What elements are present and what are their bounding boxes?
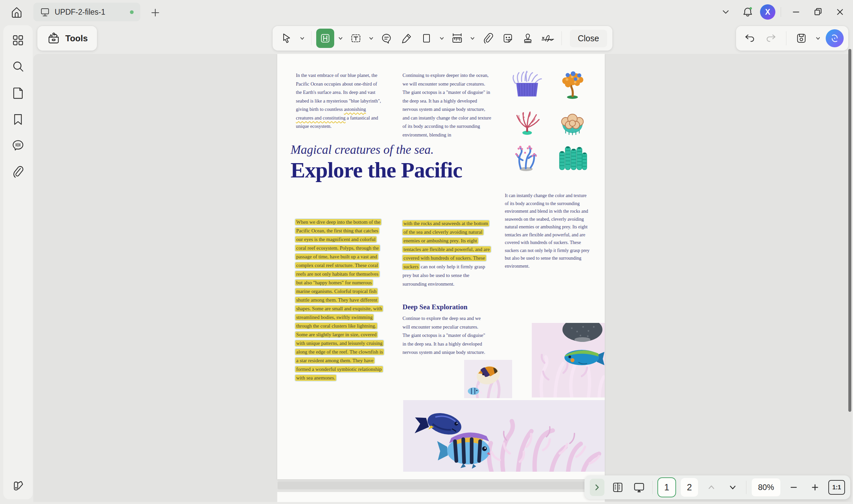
- ruler-icon: [451, 32, 464, 44]
- document-tab[interactable]: UPDF-2-files-1: [33, 3, 140, 21]
- highlight-tool-dropdown[interactable]: [336, 29, 345, 48]
- sidebar-item-search[interactable]: [10, 59, 25, 74]
- reef-fish-pink-coral-photo[interactable]: [403, 400, 605, 472]
- new-tab-button[interactable]: [149, 7, 161, 19]
- sidebar-item-pages[interactable]: [10, 85, 25, 101]
- page-1-button[interactable]: 1: [658, 478, 675, 497]
- toolbar-divider: [311, 31, 312, 45]
- notifications-button[interactable]: [738, 3, 758, 21]
- next-page-button[interactable]: [725, 479, 741, 496]
- highlight-tool-button[interactable]: [316, 29, 334, 48]
- comment-tool-button[interactable]: [378, 29, 396, 48]
- page-2-button[interactable]: 2: [681, 478, 698, 497]
- sidebar-item-bookmarks[interactable]: [10, 111, 25, 127]
- pdf-page-1[interactable]: In the vast embrace of our blue planet, …: [277, 54, 605, 479]
- user-avatar[interactable]: X: [760, 4, 776, 20]
- attachment-tool-button[interactable]: [479, 29, 497, 48]
- sidebar-item-comments[interactable]: [10, 138, 25, 153]
- ai-swirl-icon: [829, 33, 840, 44]
- two-page-view-button[interactable]: [610, 479, 626, 496]
- sticker-tool-button[interactable]: [499, 29, 517, 48]
- subtitle-italic: Magical creatures of the sea.: [291, 143, 434, 157]
- minimize-icon: [791, 7, 801, 17]
- highlight-annotation-middle[interactable]: with the rocks and seaweeds at the botto…: [402, 220, 491, 270]
- add-text-tool-dropdown[interactable]: [367, 29, 376, 48]
- select-tool-dropdown[interactable]: [298, 29, 307, 48]
- chevron-up-icon: [707, 483, 716, 492]
- home-icon: [10, 5, 24, 19]
- purple-anemone-image[interactable]: [509, 68, 545, 99]
- tools-label: Tools: [65, 33, 88, 43]
- blue-pink-branch-coral-image[interactable]: [509, 140, 545, 171]
- chevron-down-icon: [815, 35, 821, 41]
- undo-button[interactable]: [741, 29, 759, 48]
- measure-tool-button[interactable]: [448, 29, 466, 48]
- expand-panel-button[interactable]: [590, 479, 605, 496]
- intro-paragraph-left: In the vast embrace of our blue planet, …: [296, 71, 383, 131]
- teal-tube-sponge-image[interactable]: [555, 140, 590, 171]
- intro-text: In the vast embrace of our blue planet, …: [296, 73, 381, 112]
- unsaved-indicator-dot: [130, 10, 134, 14]
- zoom-out-button[interactable]: [786, 479, 802, 496]
- presentation-mode-button[interactable]: [631, 479, 647, 496]
- save-dropdown[interactable]: [814, 29, 822, 48]
- close-tool-mode-button[interactable]: Close: [570, 30, 607, 47]
- tan-mushroom-coral-image[interactable]: [555, 104, 590, 135]
- octopus-paragraph-right: It can instantly change the color and te…: [505, 192, 590, 270]
- toolbox-icon: [47, 31, 60, 45]
- plus-icon: [810, 483, 820, 492]
- history-save-toolbar: [736, 26, 848, 51]
- shape-tool-dropdown[interactable]: [437, 29, 446, 48]
- save-button[interactable]: [793, 29, 810, 48]
- redo-button-disabled[interactable]: [762, 29, 780, 48]
- butterflyfish-photo[interactable]: [464, 360, 512, 398]
- minimize-button[interactable]: [786, 3, 806, 21]
- close-icon: [835, 7, 845, 17]
- pufferfish-parrotfish-photo[interactable]: [532, 323, 605, 397]
- vertical-scrollbar[interactable]: [848, 49, 851, 412]
- deep-sea-paragraph: Continue to explore the deep sea and we …: [402, 314, 486, 357]
- add-text-tool-button[interactable]: [347, 29, 365, 48]
- sidebar-item-attachments[interactable]: [10, 164, 25, 179]
- highlight-annotation-left[interactable]: When we dive deep into the bottom of the…: [295, 219, 384, 381]
- signature-tool-button[interactable]: [539, 29, 557, 48]
- stamp-icon: [522, 32, 534, 44]
- presentation-screen-icon: [632, 481, 646, 494]
- titlebar-separator: [781, 7, 781, 17]
- toolbar-divider: [786, 31, 786, 45]
- tentacles-paragraph: with the rocks and seaweeds at the botto…: [402, 219, 492, 288]
- home-button[interactable]: [8, 5, 25, 20]
- highlighter-h-icon: [319, 32, 331, 44]
- chevron-down-icon: [299, 35, 305, 41]
- sticker-smiley-icon: [502, 32, 514, 44]
- tools-button[interactable]: Tools: [37, 26, 97, 51]
- orange-tree-coral-image[interactable]: [555, 68, 590, 99]
- shape-tool-button[interactable]: [418, 29, 435, 48]
- zoom-in-button[interactable]: [807, 479, 823, 496]
- sidebar-item-swatches[interactable]: [10, 478, 25, 493]
- measure-tool-dropdown[interactable]: [468, 29, 477, 48]
- paperclip-icon: [11, 164, 25, 179]
- zoom-level-display[interactable]: 80%: [752, 479, 780, 496]
- red-fan-coral-image[interactable]: [509, 104, 545, 135]
- ai-assistant-button[interactable]: [826, 29, 844, 47]
- plus-icon: [150, 8, 160, 18]
- collapse-toolbar-button[interactable]: [716, 3, 735, 21]
- actual-size-button[interactable]: 1:1: [828, 480, 845, 495]
- pen-tool-button[interactable]: [398, 29, 416, 48]
- color-swatches-icon: [11, 479, 25, 493]
- updf-app-window: UPDF-2-files-1 X: [0, 0, 853, 504]
- sidebar-item-thumbnails[interactable]: [10, 33, 25, 48]
- redo-icon: [765, 33, 777, 44]
- document-viewport: In the vast embrace of our blue planet, …: [33, 54, 852, 502]
- deep-sea-heading: Deep Sea Exploration: [402, 303, 468, 311]
- close-window-button[interactable]: [830, 3, 850, 21]
- previous-page-button-disabled[interactable]: [703, 479, 719, 496]
- stamp-tool-button[interactable]: [519, 29, 537, 48]
- pdf-page-2-edge[interactable]: [277, 492, 605, 502]
- restore-window-button[interactable]: [808, 3, 828, 21]
- chevron-down-icon: [368, 35, 374, 41]
- comment-bubble-icon: [381, 32, 393, 44]
- select-tool-button[interactable]: [278, 29, 296, 48]
- statusbar-divider: [746, 481, 746, 494]
